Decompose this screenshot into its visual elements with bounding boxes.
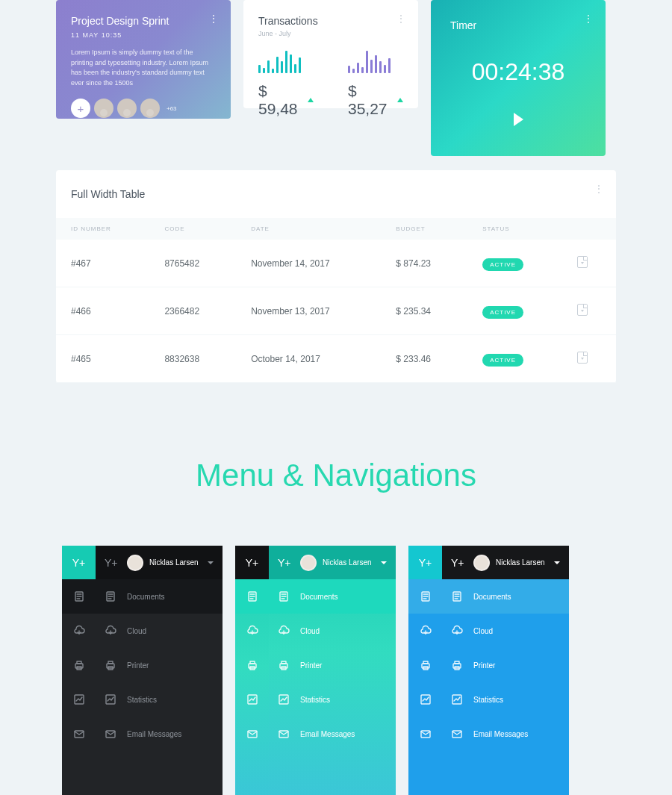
- cell-download: [562, 240, 616, 287]
- user-switcher[interactable]: Nicklas Larsen: [300, 555, 372, 571]
- sidebar-item-cloud[interactable]: [408, 614, 442, 648]
- download-icon[interactable]: [577, 256, 588, 268]
- printer-icon: [73, 659, 85, 671]
- sidebar-item-cloud[interactable]: Cloud: [442, 614, 569, 648]
- table-header: CODE: [149, 218, 236, 240]
- sidebar-mini: Y+: [408, 546, 442, 795]
- sidebar-item-email[interactable]: [62, 717, 96, 751]
- email-icon: [451, 728, 463, 740]
- sidebar-mini: Y+: [62, 546, 96, 795]
- sidebar-item-statistics[interactable]: [62, 682, 96, 717]
- sidebar-header: Y+Nicklas Larsen: [269, 546, 396, 579]
- table-row[interactable]: #4658832638October 14, 2017$ 233.46ACTIV…: [56, 335, 616, 383]
- sidebar-item-documents[interactable]: [408, 579, 442, 614]
- cell-budget: $ 233.46: [381, 335, 467, 383]
- sidebar-item-documents[interactable]: Documents: [442, 579, 569, 614]
- transactions-subtitle: June - July: [258, 30, 403, 37]
- sidebar-item-printer[interactable]: [235, 648, 269, 682]
- user-switcher[interactable]: Nicklas Larsen: [473, 555, 545, 571]
- chevron-down-icon[interactable]: [208, 561, 214, 564]
- sidebar-item-cloud[interactable]: [62, 614, 96, 648]
- timer-card: ⋮ Timer 00:24:38: [431, 0, 606, 156]
- sidebar-logo[interactable]: Y+: [235, 546, 269, 579]
- sidebar-item-email[interactable]: Email Messages: [269, 717, 396, 751]
- user-name: Nicklas Larsen: [149, 558, 199, 567]
- sidebar-item-cloud[interactable]: [235, 614, 269, 648]
- sidebar-item-statistics[interactable]: Statistics: [269, 682, 396, 717]
- sidebar-item-documents[interactable]: [235, 579, 269, 614]
- avatar[interactable]: [140, 99, 160, 118]
- table-header: DATE: [236, 218, 381, 240]
- more-icon[interactable]: ⋮: [584, 13, 594, 24]
- documents-icon: [278, 590, 290, 602]
- sidebar-logo[interactable]: Y+: [451, 557, 464, 569]
- play-icon: [514, 113, 523, 126]
- value-text: $ 35,27: [348, 82, 391, 118]
- email-icon: [420, 728, 432, 740]
- documents-icon: [451, 590, 463, 602]
- download-icon[interactable]: [577, 304, 588, 316]
- user-name: Nicklas Larsen: [323, 558, 372, 567]
- avatar: [473, 555, 490, 571]
- sidebar-item-statistics[interactable]: [408, 682, 442, 717]
- avatar-group: + +63: [71, 99, 216, 118]
- sidebar-item-printer[interactable]: Printer: [96, 648, 223, 682]
- email-icon: [278, 728, 290, 740]
- sidebar-logo[interactable]: Y+: [278, 557, 291, 569]
- user-switcher[interactable]: Nicklas Larsen: [127, 555, 199, 571]
- sidebar-item-label: Email Messages: [473, 730, 528, 738]
- sidebar-item-cloud[interactable]: Cloud: [96, 614, 223, 648]
- arrow-up-icon: [308, 98, 314, 102]
- sidebar-item-email[interactable]: Email Messages: [96, 717, 223, 751]
- sidebar-full: Y+Nicklas LarsenDocumentsCloudPrinterSta…: [96, 546, 223, 795]
- statistics-icon: [278, 693, 290, 705]
- table-row[interactable]: #4662366482November 13, 2017$ 235.34ACTI…: [56, 287, 616, 335]
- transaction-block-1: $ 59,48: [258, 49, 314, 118]
- sidebar-item-email[interactable]: [408, 717, 442, 751]
- sidebar-item-email[interactable]: [235, 717, 269, 751]
- transaction-block-2: $ 35,27: [348, 49, 403, 118]
- cell-code: 8765482: [149, 240, 236, 287]
- cloud-icon: [451, 625, 463, 637]
- cloud-icon: [420, 625, 432, 637]
- sidebar-header: Y+Nicklas Larsen: [442, 546, 569, 579]
- email-icon: [105, 728, 116, 740]
- more-icon[interactable]: ⋮: [396, 13, 406, 24]
- chevron-down-icon[interactable]: [554, 561, 560, 564]
- printer-icon: [278, 659, 290, 671]
- sidebar-item-printer[interactable]: [62, 648, 96, 682]
- sidebar-item-cloud[interactable]: Cloud: [269, 614, 396, 648]
- sidebar-item-documents[interactable]: [62, 579, 96, 614]
- more-icon[interactable]: ⋮: [594, 184, 604, 194]
- sparkline-chart-2: [348, 49, 403, 73]
- sidebar-item-statistics[interactable]: Statistics: [96, 682, 223, 717]
- sidebar-item-label: Printer: [127, 661, 149, 670]
- printer-icon: [420, 659, 432, 671]
- table-row[interactable]: #4678765482November 14, 2017$ 874.23ACTI…: [56, 240, 616, 287]
- sidebar-item-label: Documents: [127, 593, 165, 601]
- play-button[interactable]: [450, 113, 586, 126]
- statistics-icon: [105, 693, 116, 705]
- sidebar-item-statistics[interactable]: Statistics: [442, 682, 569, 717]
- sidebar-item-email[interactable]: Email Messages: [442, 717, 569, 751]
- avatar: [127, 555, 143, 571]
- sidebar-item-printer[interactable]: [408, 648, 442, 682]
- avatar-more-count[interactable]: +63: [167, 105, 177, 112]
- sidebar-logo[interactable]: Y+: [62, 546, 96, 579]
- sidebar-item-statistics[interactable]: [235, 682, 269, 717]
- sidebar-item-label: Printer: [473, 661, 495, 670]
- more-icon[interactable]: ⋮: [209, 13, 219, 24]
- sidebar-item-printer[interactable]: Printer: [269, 648, 396, 682]
- sidebar-logo[interactable]: Y+: [408, 546, 442, 579]
- download-icon[interactable]: [577, 352, 588, 364]
- cloud-icon: [278, 625, 290, 637]
- sidebar-item-label: Documents: [300, 593, 338, 601]
- avatar[interactable]: [94, 99, 113, 118]
- sidebar-item-documents[interactable]: Documents: [269, 579, 396, 614]
- sidebar-logo[interactable]: Y+: [105, 557, 118, 569]
- sidebar-item-printer[interactable]: Printer: [442, 648, 569, 682]
- avatar[interactable]: [117, 99, 137, 118]
- chevron-down-icon[interactable]: [381, 561, 387, 564]
- sidebar-item-documents[interactable]: Documents: [96, 579, 223, 614]
- add-avatar-button[interactable]: +: [71, 99, 90, 118]
